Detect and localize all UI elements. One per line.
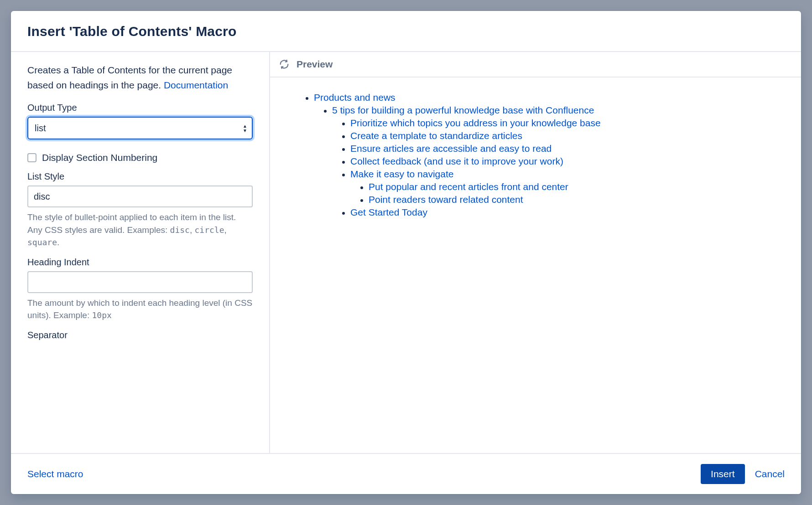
- output-type-select-wrap[interactable]: list ▲▼: [27, 117, 253, 139]
- heading-indent-help-prefix: The amount by which to indent each headi…: [27, 298, 252, 320]
- heading-indent-help: The amount by which to indent each headi…: [27, 297, 253, 322]
- dialog-title: Insert 'Table of Contents' Macro: [27, 24, 785, 39]
- toc-link[interactable]: Ensure articles are accessible and easy …: [350, 143, 552, 154]
- output-type-select[interactable]: list: [28, 118, 252, 139]
- refresh-icon[interactable]: [278, 58, 290, 70]
- preview-header: Preview: [270, 52, 801, 77]
- toc-sublist: 5 tips for building a powerful knowledge…: [314, 105, 785, 218]
- preview-pane: Preview Products and news5 tips for buil…: [270, 52, 801, 453]
- toc-item: 5 tips for building a powerful knowledge…: [332, 105, 785, 218]
- toc-item: Ensure articles are accessible and easy …: [350, 143, 785, 154]
- footer-right: Insert Cancel: [701, 464, 785, 484]
- toc-link[interactable]: Create a template to standardize article…: [350, 130, 522, 141]
- section-numbering-row[interactable]: Display Section Numbering: [27, 152, 253, 163]
- dialog-header: Insert 'Table of Contents' Macro: [11, 11, 801, 51]
- section-numbering-checkbox[interactable]: [27, 153, 36, 162]
- toc-sublist: Prioritize which topics you address in y…: [332, 118, 785, 218]
- dialog-footer: Select macro Insert Cancel: [11, 453, 801, 494]
- heading-indent-input[interactable]: [27, 271, 253, 293]
- toc-item: Create a template to standardize article…: [350, 130, 785, 141]
- list-style-label: List Style: [27, 171, 253, 182]
- insert-button[interactable]: Insert: [701, 464, 745, 484]
- insert-macro-dialog: Insert 'Table of Contents' Macro Creates…: [11, 11, 801, 494]
- macro-description: Creates a Table of Contents for the curr…: [27, 63, 253, 93]
- toc-item: Products and news5 tips for building a p…: [314, 92, 785, 218]
- toc-sublist: Put popular and recent articles front an…: [350, 181, 785, 205]
- toc-item: Make it easy to navigatePut popular and …: [350, 169, 785, 205]
- preview-body: Products and news5 tips for building a p…: [270, 77, 801, 220]
- section-numbering-label: Display Section Numbering: [42, 152, 157, 163]
- config-pane: Creates a Table of Contents for the curr…: [11, 52, 270, 453]
- toc-root: Products and news5 tips for building a p…: [301, 92, 785, 218]
- separator-label: Separator: [27, 330, 253, 340]
- dialog-body: Creates a Table of Contents for the curr…: [11, 51, 801, 453]
- toc-link[interactable]: 5 tips for building a powerful knowledge…: [332, 105, 594, 115]
- toc-link[interactable]: Get Started Today: [350, 207, 427, 217]
- list-style-help-code1: disc: [170, 225, 190, 235]
- documentation-link[interactable]: Documentation: [164, 80, 228, 90]
- toc-item: Put popular and recent articles front an…: [369, 181, 785, 192]
- toc-link[interactable]: Products and news: [314, 92, 396, 103]
- list-style-help: The style of bullet-point applied to eac…: [27, 211, 253, 249]
- toc-item: Prioritize which topics you address in y…: [350, 118, 785, 129]
- list-style-help-code3: square: [27, 237, 57, 247]
- heading-indent-help-code: 10px: [92, 310, 112, 320]
- toc-link[interactable]: Put popular and recent articles front an…: [369, 181, 568, 192]
- toc-link[interactable]: Collect feedback (and use it to improve …: [350, 156, 563, 166]
- cancel-button[interactable]: Cancel: [755, 469, 785, 479]
- heading-indent-label: Heading Indent: [27, 257, 253, 268]
- toc-link[interactable]: Prioritize which topics you address in y…: [350, 118, 601, 128]
- preview-title: Preview: [297, 59, 333, 70]
- toc-link[interactable]: Point readers toward related content: [369, 194, 523, 205]
- toc-item: Get Started Today: [350, 207, 785, 218]
- list-style-help-code2: circle: [195, 225, 224, 235]
- select-macro-button[interactable]: Select macro: [27, 469, 83, 479]
- output-type-label: Output Type: [27, 103, 253, 113]
- toc-item: Collect feedback (and use it to improve …: [350, 156, 785, 167]
- toc-link[interactable]: Make it easy to navigate: [350, 169, 453, 179]
- toc-item: Point readers toward related content: [369, 194, 785, 205]
- list-style-input[interactable]: [27, 186, 253, 207]
